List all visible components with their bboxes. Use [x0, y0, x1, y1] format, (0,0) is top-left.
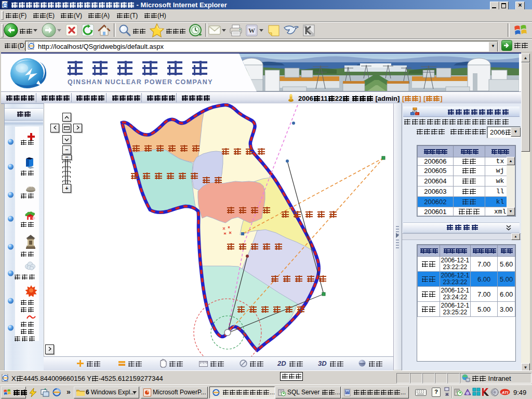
svg-text:ATI: ATI — [501, 390, 509, 395]
svg-text:W: W — [248, 26, 255, 34]
svg-text:W: W — [345, 391, 349, 394]
